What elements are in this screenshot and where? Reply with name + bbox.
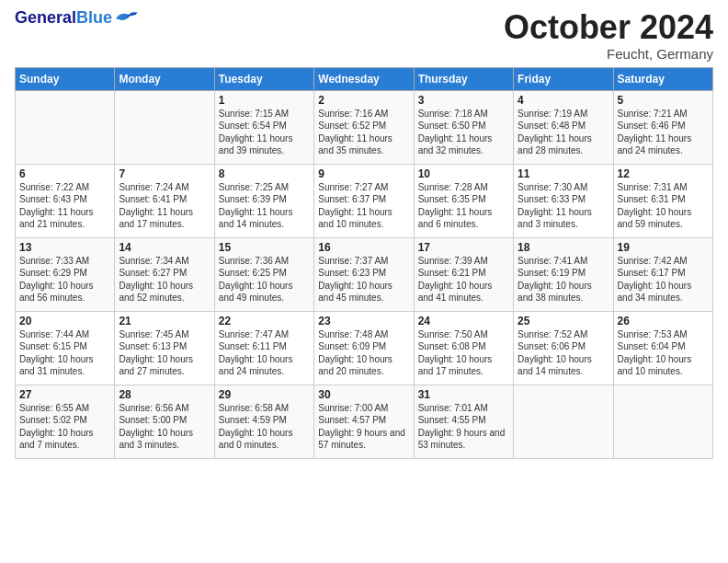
day-number: 3 (418, 94, 509, 107)
day-info: Sunrise: 6:55 AMSunset: 5:02 PMDaylight:… (19, 402, 110, 452)
day-number: 6 (19, 167, 110, 180)
calendar-cell: 5Sunrise: 7:21 AMSunset: 6:46 PMDaylight… (613, 90, 712, 164)
day-info: Sunrise: 7:45 AMSunset: 6:13 PMDaylight:… (119, 328, 210, 378)
calendar-cell: 11Sunrise: 7:30 AMSunset: 6:33 PMDayligh… (514, 164, 613, 237)
calendar-cell: 24Sunrise: 7:50 AMSunset: 6:08 PMDayligh… (414, 311, 513, 385)
calendar-cell: 17Sunrise: 7:39 AMSunset: 6:21 PMDayligh… (414, 237, 513, 311)
day-info: Sunrise: 7:53 AMSunset: 6:04 PMDaylight:… (618, 328, 709, 378)
day-info: Sunrise: 7:18 AMSunset: 6:50 PMDaylight:… (418, 108, 509, 157)
day-number: 25 (518, 315, 609, 327)
calendar-cell: 21Sunrise: 7:45 AMSunset: 6:13 PMDayligh… (115, 311, 214, 385)
calendar-cell (613, 385, 712, 458)
calendar-cell: 6Sunrise: 7:22 AMSunset: 6:43 PMDaylight… (16, 164, 115, 237)
day-info: Sunrise: 7:47 AMSunset: 6:11 PMDaylight:… (219, 328, 310, 378)
day-info: Sunrise: 7:31 AMSunset: 6:31 PMDaylight:… (618, 181, 709, 231)
day-number: 22 (219, 315, 310, 327)
day-info: Sunrise: 7:24 AMSunset: 6:41 PMDaylight:… (119, 181, 210, 231)
calendar-row: 27Sunrise: 6:55 AMSunset: 5:02 PMDayligh… (16, 385, 713, 458)
day-info: Sunrise: 7:30 AMSunset: 6:33 PMDaylight:… (518, 181, 609, 231)
calendar-cell: 1Sunrise: 7:15 AMSunset: 6:54 PMDaylight… (214, 90, 313, 164)
calendar-cell: 4Sunrise: 7:19 AMSunset: 6:48 PMDaylight… (514, 90, 613, 164)
day-info: Sunrise: 7:39 AMSunset: 6:21 PMDaylight:… (418, 255, 509, 304)
day-info: Sunrise: 7:28 AMSunset: 6:35 PMDaylight:… (418, 181, 509, 231)
day-info: Sunrise: 7:36 AMSunset: 6:25 PMDaylight:… (219, 255, 310, 304)
header-row: SundayMondayTuesdayWednesdayThursdayFrid… (16, 67, 713, 90)
calendar-cell: 30Sunrise: 7:00 AMSunset: 4:57 PMDayligh… (314, 385, 414, 458)
calendar-cell: 22Sunrise: 7:47 AMSunset: 6:11 PMDayligh… (214, 311, 313, 385)
calendar-row: 6Sunrise: 7:22 AMSunset: 6:43 PMDaylight… (16, 164, 713, 237)
calendar-cell: 16Sunrise: 7:37 AMSunset: 6:23 PMDayligh… (314, 237, 414, 311)
calendar-page: GeneralBlue October 2024 Feucht, Germany… (0, 0, 728, 563)
month-title: October 2024 (504, 9, 713, 46)
logo-text: GeneralBlue (15, 9, 112, 28)
day-number: 11 (518, 167, 609, 180)
calendar-cell: 7Sunrise: 7:24 AMSunset: 6:41 PMDaylight… (115, 164, 214, 237)
day-number: 2 (318, 94, 409, 107)
day-info: Sunrise: 7:48 AMSunset: 6:09 PMDaylight:… (318, 328, 409, 378)
day-number: 29 (219, 388, 310, 401)
day-number: 18 (518, 241, 609, 254)
calendar-row: 1Sunrise: 7:15 AMSunset: 6:54 PMDaylight… (16, 90, 713, 164)
weekday-header: Wednesday (314, 67, 414, 90)
calendar-cell: 13Sunrise: 7:33 AMSunset: 6:29 PMDayligh… (16, 237, 115, 311)
calendar-row: 20Sunrise: 7:44 AMSunset: 6:15 PMDayligh… (16, 311, 713, 385)
day-info: Sunrise: 7:37 AMSunset: 6:23 PMDaylight:… (318, 255, 409, 304)
day-number: 12 (618, 167, 709, 180)
calendar-cell: 18Sunrise: 7:41 AMSunset: 6:19 PMDayligh… (514, 237, 613, 311)
day-number: 23 (318, 315, 409, 327)
weekday-header: Friday (514, 67, 613, 90)
day-info: Sunrise: 7:16 AMSunset: 6:52 PMDaylight:… (318, 108, 409, 157)
day-number: 10 (418, 167, 509, 180)
day-number: 27 (19, 388, 110, 401)
calendar-cell (16, 90, 115, 164)
calendar-cell: 12Sunrise: 7:31 AMSunset: 6:31 PMDayligh… (613, 164, 712, 237)
weekday-header: Sunday (16, 67, 115, 90)
day-info: Sunrise: 7:00 AMSunset: 4:57 PMDaylight:… (318, 402, 409, 452)
calendar-cell: 28Sunrise: 6:56 AMSunset: 5:00 PMDayligh… (115, 385, 214, 458)
day-number: 1 (219, 94, 310, 107)
calendar-cell: 20Sunrise: 7:44 AMSunset: 6:15 PMDayligh… (16, 311, 115, 385)
day-number: 5 (618, 94, 709, 107)
header: GeneralBlue October 2024 Feucht, Germany (15, 9, 713, 62)
calendar-cell: 3Sunrise: 7:18 AMSunset: 6:50 PMDaylight… (414, 90, 513, 164)
calendar-cell: 29Sunrise: 6:58 AMSunset: 4:59 PMDayligh… (214, 385, 313, 458)
day-info: Sunrise: 7:44 AMSunset: 6:15 PMDaylight:… (19, 328, 110, 378)
day-number: 15 (219, 241, 310, 254)
location: Feucht, Germany (504, 46, 713, 62)
day-number: 4 (518, 94, 609, 107)
calendar-cell: 19Sunrise: 7:42 AMSunset: 6:17 PMDayligh… (613, 237, 712, 311)
day-number: 24 (418, 315, 509, 327)
day-info: Sunrise: 7:19 AMSunset: 6:48 PMDaylight:… (518, 108, 609, 157)
logo: GeneralBlue (15, 9, 140, 28)
day-info: Sunrise: 7:15 AMSunset: 6:54 PMDaylight:… (219, 108, 310, 157)
day-number: 17 (418, 241, 509, 254)
day-number: 19 (618, 241, 709, 254)
day-info: Sunrise: 7:21 AMSunset: 6:46 PMDaylight:… (618, 108, 709, 157)
day-number: 30 (318, 388, 409, 401)
day-info: Sunrise: 7:52 AMSunset: 6:06 PMDaylight:… (518, 328, 609, 378)
day-number: 31 (418, 388, 509, 401)
calendar-cell: 15Sunrise: 7:36 AMSunset: 6:25 PMDayligh… (214, 237, 313, 311)
calendar-cell: 10Sunrise: 7:28 AMSunset: 6:35 PMDayligh… (414, 164, 513, 237)
logo-general: General (15, 8, 76, 27)
calendar-cell (514, 385, 613, 458)
day-info: Sunrise: 7:27 AMSunset: 6:37 PMDaylight:… (318, 181, 409, 231)
calendar-cell: 26Sunrise: 7:53 AMSunset: 6:04 PMDayligh… (613, 311, 712, 385)
day-number: 14 (119, 241, 210, 254)
day-number: 13 (19, 241, 110, 254)
logo-blue: Blue (76, 8, 112, 27)
day-info: Sunrise: 7:41 AMSunset: 6:19 PMDaylight:… (518, 255, 609, 304)
calendar-cell: 25Sunrise: 7:52 AMSunset: 6:06 PMDayligh… (514, 311, 613, 385)
weekday-header: Tuesday (214, 67, 313, 90)
day-number: 9 (318, 167, 409, 180)
day-number: 28 (119, 388, 210, 401)
weekday-header: Monday (115, 67, 214, 90)
calendar-cell: 23Sunrise: 7:48 AMSunset: 6:09 PMDayligh… (314, 311, 414, 385)
day-info: Sunrise: 6:56 AMSunset: 5:00 PMDaylight:… (119, 402, 210, 452)
day-info: Sunrise: 7:01 AMSunset: 4:55 PMDaylight:… (418, 402, 509, 452)
day-number: 7 (119, 167, 210, 180)
calendar-table: SundayMondayTuesdayWednesdayThursdayFrid… (15, 67, 713, 459)
calendar-cell: 2Sunrise: 7:16 AMSunset: 6:52 PMDaylight… (314, 90, 414, 164)
day-info: Sunrise: 7:34 AMSunset: 6:27 PMDaylight:… (119, 255, 210, 304)
day-info: Sunrise: 6:58 AMSunset: 4:59 PMDaylight:… (219, 402, 310, 452)
